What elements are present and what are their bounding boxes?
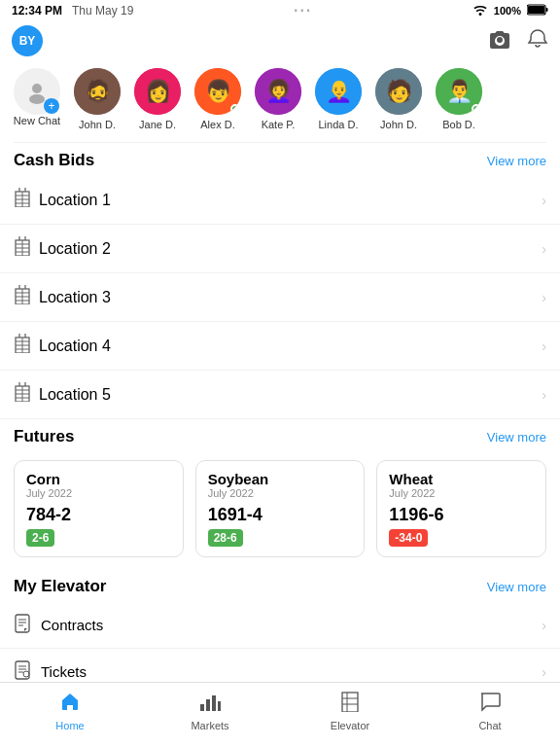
nav-home[interactable]: Home <box>0 691 140 731</box>
chevron-icon-4: › <box>542 338 546 354</box>
camera-icon[interactable] <box>488 29 511 53</box>
chevron-icon-5: › <box>542 387 546 403</box>
contact-john-d1[interactable]: 🧔 John D. <box>72 68 122 130</box>
svg-rect-68 <box>342 693 358 712</box>
contact-linda-d-label: Linda D. <box>319 119 359 130</box>
nav-chat-label: Chat <box>478 720 501 731</box>
location-item-2[interactable]: Location 2 › <box>0 225 560 273</box>
my-elevator-view-more[interactable]: View more <box>487 580 546 594</box>
nav-markets[interactable]: Markets <box>140 691 280 731</box>
my-elevator-title: My Elevator <box>14 577 106 596</box>
chat-icon <box>479 691 501 717</box>
svg-point-4 <box>32 84 42 93</box>
contact-jane-d[interactable]: 👩 Jane D. <box>132 68 183 130</box>
contact-john-d1-label: John D. <box>79 119 116 130</box>
location-item-5[interactable]: Location 5 › <box>0 371 560 419</box>
nav-elevator[interactable]: Elevator <box>280 691 420 731</box>
building-icon-5 <box>14 382 31 407</box>
contact-alex-d[interactable]: 👦 Alex D. <box>192 68 243 130</box>
svg-rect-64 <box>200 704 204 711</box>
tickets-chevron: › <box>542 664 546 680</box>
futures-soybean-month: July 2022 <box>208 487 353 499</box>
futures-soybean-price: 1691-4 <box>208 505 353 525</box>
building-icon-4 <box>14 334 31 358</box>
contact-bob-d[interactable]: 👨‍💼 Bob D. <box>434 68 484 130</box>
chevron-icon-3: › <box>542 290 546 305</box>
svg-rect-67 <box>218 701 221 711</box>
futures-title: Futures <box>14 427 74 446</box>
elevator-contracts[interactable]: Contracts › <box>0 602 560 649</box>
battery-icon <box>527 4 548 18</box>
location-item-4[interactable]: Location 4 › <box>0 322 560 371</box>
wifi-icon <box>472 4 488 18</box>
chevron-icon-1: › <box>542 193 546 208</box>
contact-alex-d-label: Alex D. <box>200 119 234 130</box>
nav-elevator-label: Elevator <box>331 720 369 731</box>
contracts-chevron: › <box>542 618 546 633</box>
status-bar: 12:34 PM Thu May 19 ··· 100% <box>0 0 560 21</box>
svg-rect-41 <box>16 615 29 632</box>
futures-card-wheat[interactable]: Wheat July 2022 1196-6 -34-0 <box>376 460 546 557</box>
location-name-4: Location 4 <box>39 338 111 355</box>
status-date: Thu May 19 <box>72 4 133 18</box>
status-time: 12:34 PM <box>12 4 62 18</box>
contracts-label: Contracts <box>41 617 103 633</box>
location-name-1: Location 1 <box>39 192 111 209</box>
tickets-icon <box>14 660 31 683</box>
svg-rect-65 <box>206 699 210 711</box>
contact-new-chat[interactable]: + New Chat <box>12 68 62 126</box>
futures-header: Futures View more <box>0 419 560 452</box>
contracts-icon <box>14 614 31 636</box>
futures-view-more[interactable]: View more <box>487 430 546 445</box>
svg-rect-45 <box>16 661 29 679</box>
cash-bids-title: Cash Bids <box>14 151 94 170</box>
futures-wheat-crop: Wheat <box>389 471 534 487</box>
contact-jane-d-label: Jane D. <box>139 119 176 130</box>
location-item-3[interactable]: Location 3 › <box>0 273 560 322</box>
location-name-5: Location 5 <box>39 386 111 404</box>
nav-markets-label: Markets <box>191 720 228 731</box>
futures-soybean-crop: Soybean <box>208 471 353 487</box>
contact-john-d2[interactable]: 🧑 John D. <box>373 68 424 130</box>
futures-card-soybean[interactable]: Soybean July 2022 1691-4 28-6 <box>195 460 366 557</box>
futures-corn-badge: 2-6 <box>26 529 54 547</box>
svg-rect-1 <box>528 6 544 14</box>
top-header: BY <box>0 21 560 64</box>
location-name-3: Location 3 <box>39 289 111 306</box>
user-avatar[interactable]: BY <box>12 25 43 56</box>
nav-chat[interactable]: Chat <box>420 691 560 731</box>
futures-corn-month: July 2022 <box>26 487 171 499</box>
location-name-2: Location 2 <box>39 240 111 258</box>
futures-wheat-price: 1196-6 <box>389 505 534 525</box>
building-icon-3 <box>14 285 31 309</box>
bottom-nav: Home Markets Elevator Chat <box>0 682 560 747</box>
contact-bob-d-label: Bob D. <box>442 119 475 130</box>
location-item-1[interactable]: Location 1 › <box>0 176 560 225</box>
status-icons: 100% <box>472 4 548 18</box>
futures-wheat-badge: -34-0 <box>389 529 428 547</box>
home-icon <box>59 691 81 717</box>
contacts-row: + New Chat 🧔 John D. 👩 Jane D. 👦 Alex D.… <box>0 64 560 142</box>
futures-wheat-month: July 2022 <box>389 487 534 499</box>
nav-home-label: Home <box>55 720 84 731</box>
cash-bids-header: Cash Bids View more <box>0 143 560 176</box>
cash-bids-view-more[interactable]: View more <box>487 154 546 168</box>
contact-kate-p-label: Kate P. <box>262 119 296 130</box>
tickets-label: Tickets <box>41 663 87 680</box>
contact-linda-d[interactable]: 👩‍🦲 Linda D. <box>313 68 364 130</box>
battery-percentage: 100% <box>494 5 521 17</box>
my-elevator-header: My Elevator View more <box>0 569 560 602</box>
bell-icon[interactable] <box>527 28 548 54</box>
futures-soybean-badge: 28-6 <box>208 529 243 547</box>
futures-cards-row: Corn July 2022 784-2 2-6 Soybean July 20… <box>0 452 560 569</box>
svg-point-49 <box>23 671 29 677</box>
contact-new-chat-label: New Chat <box>14 115 60 126</box>
futures-corn-price: 784-2 <box>26 505 171 525</box>
svg-rect-66 <box>212 695 216 711</box>
svg-point-5 <box>29 94 45 104</box>
contact-john-d2-label: John D. <box>380 119 417 130</box>
status-center: ··· <box>294 2 312 19</box>
futures-card-corn[interactable]: Corn July 2022 784-2 2-6 <box>14 460 184 557</box>
building-icon-2 <box>14 236 31 261</box>
contact-kate-p[interactable]: 👩‍🦱 Kate P. <box>253 68 303 130</box>
